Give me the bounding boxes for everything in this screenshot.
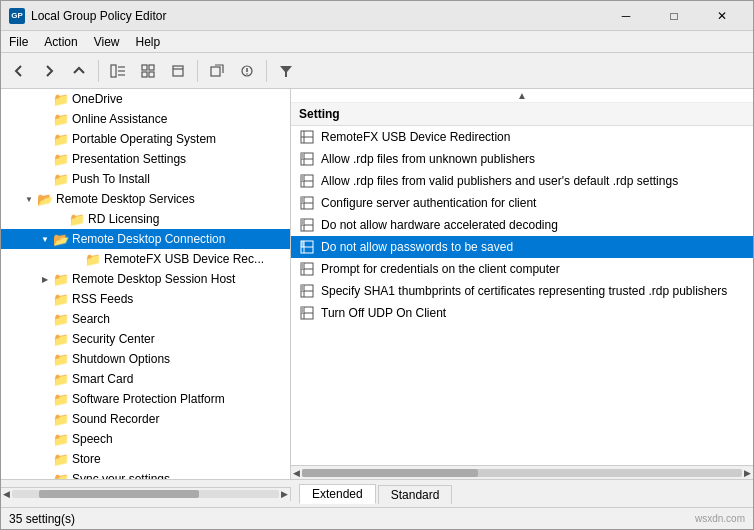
menu-view[interactable]: View [86, 33, 128, 51]
toolbar-action2[interactable] [164, 57, 192, 85]
main-content: 📁 OneDrive 📁 Online Assistance 📁 Portabl… [1, 89, 753, 479]
tree-item-smart-card[interactable]: 📁 Smart Card [1, 369, 290, 389]
folder-icon: 📁 [53, 292, 69, 307]
tree-label: Remote Desktop Connection [72, 232, 225, 246]
tree-item-onedrive[interactable]: 📁 OneDrive [1, 89, 290, 109]
right-scrollbar[interactable]: ◀ ▶ [291, 465, 753, 479]
tree-label: Sound Recorder [72, 412, 159, 426]
tree-item-shutdown[interactable]: 📁 Shutdown Options [1, 349, 290, 369]
tree-label: RemoteFX USB Device Rec... [104, 252, 264, 266]
svg-rect-29 [301, 197, 304, 203]
tree-item-rd-licensing[interactable]: 📁 RD Licensing [1, 209, 290, 229]
tree-item-remotefx[interactable]: 📁 RemoteFX USB Device Rec... [1, 249, 290, 269]
expand-portable-os [37, 131, 53, 147]
tree-label: Remote Desktop Services [56, 192, 195, 206]
tree-item-portable-os[interactable]: 📁 Portable Operating System [1, 129, 290, 149]
folder-icon: 📂 [37, 192, 53, 207]
tree-item-store[interactable]: 📁 Store [1, 449, 290, 469]
toolbar-forward[interactable] [35, 57, 63, 85]
setting-icon [299, 239, 315, 255]
tree-label: Online Assistance [72, 112, 167, 126]
folder-icon: 📁 [53, 372, 69, 387]
toolbar-up[interactable] [65, 57, 93, 85]
svg-rect-4 [142, 65, 147, 70]
setting-item-prompt-credentials[interactable]: Prompt for credentials on the client com… [291, 258, 753, 280]
toolbar-new-window[interactable] [203, 57, 231, 85]
minimize-button[interactable]: ─ [603, 5, 649, 27]
close-button[interactable]: ✕ [699, 5, 745, 27]
setting-item-configure-auth[interactable]: Configure server authentication for clie… [291, 192, 753, 214]
svg-rect-0 [111, 65, 116, 77]
tree-item-presentation-settings[interactable]: 📁 Presentation Settings [1, 149, 290, 169]
tab-standard[interactable]: Standard [378, 485, 453, 504]
setting-item-sha1[interactable]: Specify SHA1 thumbprints of certificates… [291, 280, 753, 302]
toolbar-properties[interactable] [233, 57, 261, 85]
toolbar [1, 53, 753, 89]
tree-item-security-center[interactable]: 📁 Security Center [1, 329, 290, 349]
tree-item-remote-desktop-connection[interactable]: ▼ 📂 Remote Desktop Connection [1, 229, 290, 249]
toolbar-show-hide[interactable] [104, 57, 132, 85]
setting-column-label: Setting [299, 107, 340, 121]
tree-item-online-assistance[interactable]: 📁 Online Assistance [1, 109, 290, 129]
tree-item-sync-settings[interactable]: 📁 Sync your settings [1, 469, 290, 479]
tab-extended[interactable]: Extended [299, 484, 376, 504]
setting-item-turn-off-udp[interactable]: Turn Off UDP On Client [291, 302, 753, 324]
svg-rect-6 [142, 72, 147, 77]
setting-icon-remotefx [299, 129, 315, 145]
folder-icon: 📁 [53, 472, 69, 480]
right-panel-header: Setting [291, 103, 753, 126]
tree-item-sound-recorder[interactable]: 📁 Sound Recorder [1, 409, 290, 429]
toolbar-view[interactable] [134, 57, 162, 85]
folder-icon: 📁 [69, 212, 85, 227]
expand-online-assistance [37, 111, 53, 127]
left-scrollbar[interactable]: ◀ ▶ [1, 487, 291, 501]
tree-label: Software Protection Platform [72, 392, 225, 406]
scroll-up-arrow[interactable]: ▲ [513, 90, 531, 101]
expand-search [37, 311, 53, 327]
tree-label: Security Center [72, 332, 155, 346]
svg-rect-37 [301, 241, 304, 247]
expand-sw-protection [37, 391, 53, 407]
setting-item-no-passwords[interactable]: Do not allow passwords to be saved [291, 236, 753, 258]
tree-item-search[interactable]: 📁 Search [1, 309, 290, 329]
tree-label: Store [72, 452, 101, 466]
setting-item-no-hw-accel[interactable]: Do not allow hardware accelerated decodi… [291, 214, 753, 236]
setting-icon [299, 283, 315, 299]
setting-item-remotefx-usb[interactable]: RemoteFX USB Device Redirection [291, 126, 753, 148]
menu-file[interactable]: File [1, 33, 36, 51]
bottom-tabs-bar: ◀ ▶ Extended Standard [1, 479, 753, 507]
menu-bar: File Action View Help [1, 31, 753, 53]
tree-item-push-install[interactable]: 📁 Push To Install [1, 169, 290, 189]
tabs-area: Extended Standard [291, 484, 753, 504]
setting-item-allow-rdp-valid[interactable]: Allow .rdp files from valid publishers a… [291, 170, 753, 192]
menu-action[interactable]: Action [36, 33, 85, 51]
setting-item-allow-rdp-unknown[interactable]: Allow .rdp files from unknown publishers [291, 148, 753, 170]
expand-rdc[interactable]: ▼ [37, 231, 53, 247]
tree-item-rss-feeds[interactable]: 📁 RSS Feeds [1, 289, 290, 309]
expand-rds[interactable]: ▼ [21, 191, 37, 207]
folder-icon: 📁 [53, 352, 69, 367]
tree-label: Shutdown Options [72, 352, 170, 366]
svg-marker-14 [280, 66, 292, 77]
tree-label: Search [72, 312, 110, 326]
folder-icon: 📁 [53, 312, 69, 327]
maximize-button[interactable]: □ [651, 5, 697, 27]
folder-icon: 📁 [53, 432, 69, 447]
tree-item-remote-desktop-services[interactable]: ▼ 📂 Remote Desktop Services [1, 189, 290, 209]
tree-item-speech[interactable]: 📁 Speech [1, 429, 290, 449]
toolbar-filter[interactable] [272, 57, 300, 85]
right-panel-inner: ▲ Setting Rem [291, 89, 753, 479]
expand-sync [37, 471, 53, 479]
expand-security [37, 331, 53, 347]
tree-item-software-protection[interactable]: 📁 Software Protection Platform [1, 389, 290, 409]
toolbar-sep2 [197, 60, 198, 82]
expand-rdsh[interactable]: ▶ [37, 271, 53, 287]
scroll-up-area: ▲ [291, 89, 753, 103]
watermark: wsxdn.com [695, 513, 745, 524]
menu-help[interactable]: Help [128, 33, 169, 51]
setting-label: Turn Off UDP On Client [321, 306, 446, 320]
toolbar-back[interactable] [5, 57, 33, 85]
expand-store [37, 451, 53, 467]
tree-label: Smart Card [72, 372, 133, 386]
tree-item-rdsh[interactable]: ▶ 📁 Remote Desktop Session Host [1, 269, 290, 289]
